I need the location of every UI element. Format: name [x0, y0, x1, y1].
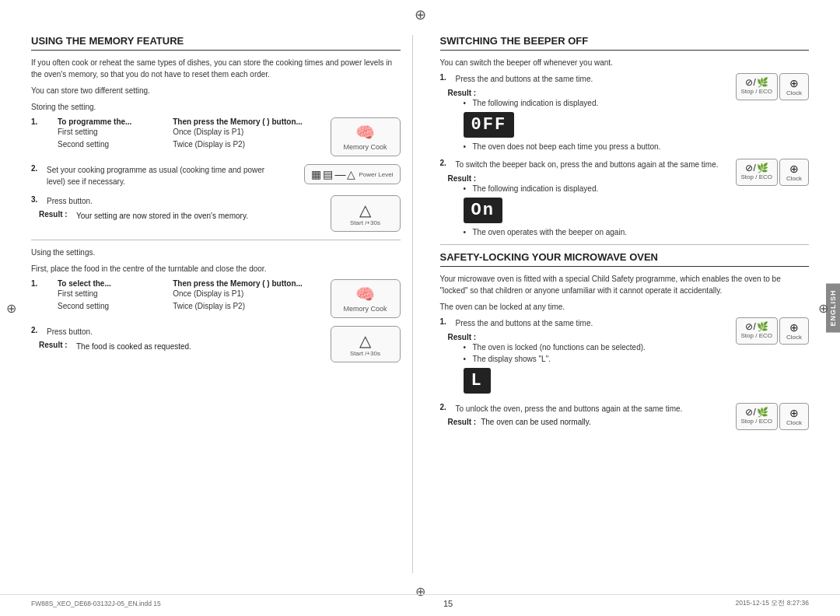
beeper-bullet4: The oven operates with the beeper on aga… — [464, 226, 728, 238]
leaf-icon-4: 🌿 — [757, 407, 768, 418]
power-level-icons: ▦ ▤ — △ — [311, 168, 355, 180]
eco-icon-4: / — [754, 407, 756, 418]
result2-row: Result : The food is cooked as requested… — [39, 341, 323, 352]
result1-row: Result : Your setting are now stored in … — [39, 210, 323, 222]
start-button-1: △ Start /+30s — [331, 195, 401, 232]
beeper-step2-num: 2. — [440, 159, 451, 167]
start-icon-2: △ — [359, 331, 371, 350]
beeper-result1-list: The following indication is displayed. — [448, 97, 728, 109]
stop-eco-label-2: Stop / ECO — [741, 173, 772, 180]
result1-label: Result : — [39, 210, 76, 219]
safety-result2-label: Result : — [448, 418, 477, 426]
clock-button-3: ⊕ Clock — [779, 317, 809, 345]
clock-button-2: ⊕ Clock — [779, 159, 809, 186]
memory-cook-button-1: 🧠 Memory Cook — [331, 117, 401, 156]
clock-icon-3: ⊕ — [789, 321, 799, 334]
safety-result1-label: Result : — [448, 333, 477, 341]
stop-icon-1: ⊘ — [745, 77, 753, 88]
beeper-result1-label: Result : — [448, 89, 477, 97]
start-label-1: Start /+30s — [350, 219, 380, 226]
beeper-step1-num: 1. — [440, 73, 451, 82]
safety-bullet2: The display shows "L". — [464, 353, 728, 365]
result2-text: The food is cooked as requested. — [76, 341, 323, 352]
left-column: USING THE MEMORY FEATURE If you often co… — [31, 35, 413, 573]
memory-icon-2: 🧠 — [355, 285, 375, 303]
step2-num: 2. — [31, 164, 42, 173]
eco-icon-3: / — [754, 321, 756, 332]
beeper-step1-text: Press the and buttons at the same time. — [456, 73, 593, 85]
step1-row1-col1: First setting — [58, 126, 157, 138]
beeper-step2-buttons: ⊘ / 🌿 Stop / ECO ⊕ Clock — [736, 159, 809, 186]
safety-bullet1: The oven is locked (no functions can be … — [464, 341, 728, 353]
power-icon-2: ▤ — [323, 168, 333, 180]
stop-icon-4: ⊘ — [745, 407, 753, 418]
safety-note: The oven can be locked at any time. — [440, 301, 810, 313]
intro-paragraph-1: If you often cook or reheat the same typ… — [31, 57, 401, 80]
step-select-r2c2: Twice (Display is P2) — [173, 300, 322, 313]
power-level-label: Power Level — [359, 171, 393, 178]
power-level-button: ▦ ▤ — △ Power Level — [304, 164, 400, 184]
result2-label: Result : — [39, 341, 76, 349]
safety-display-l: L — [464, 368, 491, 394]
leaf-icon-1: 🌿 — [757, 77, 768, 88]
stop-eco-button-3: ⊘ / 🌿 Stop / ECO — [736, 317, 778, 345]
beeper-bullet1: The following indication is displayed. — [464, 97, 728, 109]
footer-filename: FW88S_XEO_DE68-03132J-05_EN.indd 15 — [31, 600, 161, 607]
beeper-intro: You can switch the beeper off whenever y… — [440, 57, 810, 68]
stop-icon-2: ⊘ — [745, 163, 753, 173]
step-select: 1. To select the... Then press the Memor… — [31, 279, 401, 318]
right-column: SWITCHING THE BEEPER OFF You can switch … — [436, 35, 810, 573]
step1-row2-col1: Second setting — [58, 138, 157, 151]
start-label-2: Start /+30s — [350, 350, 380, 357]
safety-step1-num: 1. — [440, 317, 451, 326]
clock-label-1: Clock — [786, 89, 802, 96]
left-section-title: USING THE MEMORY FEATURE — [31, 35, 401, 51]
safety-step2-buttons: ⊘ / 🌿 Stop / ECO ⊕ Clock — [736, 403, 809, 430]
storing-title: Storing the setting. — [31, 101, 401, 113]
power-icon-3: — — [334, 168, 345, 180]
safety-step2: 2. To unlock the oven, press the and but… — [440, 403, 810, 430]
safety-intro: Your microwave oven is fitted with a spe… — [440, 273, 810, 296]
beeper-step2: 2. To switch the beeper back on, press t… — [440, 159, 810, 238]
beeper-result1-list2: The oven does not beep each time you pre… — [448, 141, 728, 152]
memory-cook-label-1: Memory Cook — [343, 143, 387, 151]
clock-button-4: ⊕ Clock — [779, 403, 809, 430]
clock-label-4: Clock — [786, 419, 802, 426]
step-select-col1: To select the... — [58, 279, 157, 288]
step-select-r2c1: Second setting — [58, 300, 157, 313]
page-footer: FW88S_XEO_DE68-03132J-05_EN.indd 15 15 2… — [0, 594, 840, 608]
clock-button-1: ⊕ Clock — [779, 73, 809, 100]
beeper-bullet3: The following indication is displayed. — [464, 183, 728, 194]
stop-eco-icons-2: ⊘ / 🌿 — [745, 163, 768, 173]
beeper-step2-text: To switch the beeper back on, press the … — [456, 159, 719, 170]
stop-eco-button-1: ⊘ / 🌿 Stop / ECO — [736, 73, 778, 100]
step2-text: Set your cooking programme as usual (coo… — [47, 164, 281, 187]
beeper-result2-label: Result : — [448, 174, 477, 183]
step1-col1-header: To programme the... — [58, 117, 157, 126]
step-press2: 2. Press button. Result : The food is co… — [31, 326, 401, 362]
stop-eco-label-4: Stop / ECO — [741, 418, 772, 425]
step-select-num: 1. — [31, 279, 42, 288]
beeper-step1-buttons: ⊘ / 🌿 Stop / ECO ⊕ Clock — [736, 73, 809, 100]
memory-cook-label-2: Memory Cook — [343, 305, 387, 313]
leaf-icon-2: 🌿 — [757, 163, 768, 173]
footer-timestamp: 2015-12-15 오전 8:27:36 — [735, 599, 809, 608]
right-compass-icon: ⊕ — [818, 301, 828, 316]
start-button-2: △ Start /+30s — [331, 326, 401, 362]
stop-eco-label-3: Stop / ECO — [741, 332, 772, 339]
beeper-result2-list2: The oven operates with the beeper on aga… — [448, 226, 728, 238]
leaf-icon-3: 🌿 — [757, 321, 768, 332]
safety-result2-text: The oven can be used normally. — [481, 418, 591, 426]
safety-step2-num: 2. — [440, 403, 451, 411]
eco-icon-2: / — [754, 163, 756, 173]
stop-eco-icons-1: ⊘ / 🌿 — [745, 77, 768, 88]
memory-icon-1: 🧠 — [355, 123, 375, 142]
stop-eco-icons-4: ⊘ / 🌿 — [745, 407, 768, 418]
step-press2-num: 2. — [31, 326, 42, 334]
beeper-step1: 1. Press the and buttons at the same tim… — [440, 73, 810, 152]
safety-step1-buttons: ⊘ / 🌿 Stop / ECO ⊕ Clock — [736, 317, 809, 345]
step-select-r1c2: Once (Display is P1) — [173, 288, 322, 300]
step-press2-text: Press button. — [47, 326, 93, 338]
intro-paragraph-2: You can store two different setting. — [31, 85, 401, 96]
stop-eco-label-1: Stop / ECO — [741, 88, 772, 95]
